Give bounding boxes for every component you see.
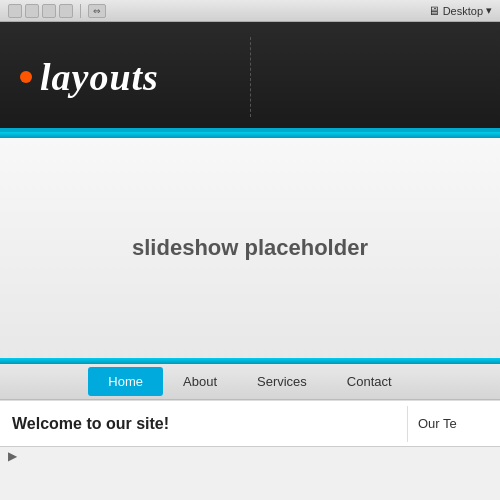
nav-item-about[interactable]: About (163, 367, 237, 396)
scroll-arrow: ▶ (8, 449, 17, 463)
toolbar-btn-1[interactable] (8, 4, 22, 18)
toolbar-expand[interactable]: ⇔ (88, 4, 106, 18)
browser-window: layouts slideshow placeholder Home About… (0, 22, 500, 500)
toolbar-icons: ⇔ (8, 4, 106, 18)
header-divider (250, 37, 251, 117)
nav-item-home[interactable]: Home (88, 367, 163, 396)
logo-area: layouts (20, 55, 159, 99)
toolbar-btn-3[interactable] (42, 4, 56, 18)
logo-text: layouts (40, 55, 159, 99)
dropdown-arrow[interactable]: ▾ (486, 4, 492, 17)
toolbar-desktop: 🖥 Desktop ▾ (428, 4, 492, 18)
footer-welcome-text: Welcome to our site! (12, 415, 407, 433)
site-header: layouts (0, 22, 500, 132)
footer-right-text: Our Te (408, 416, 488, 431)
toolbar-btn-2[interactable] (25, 4, 39, 18)
scroll-indicator: ▶ (0, 446, 500, 464)
desktop-label: Desktop (443, 5, 483, 17)
monitor-icon: 🖥 (428, 4, 440, 18)
nav-item-services[interactable]: Services (237, 367, 327, 396)
mac-toolbar: ⇔ 🖥 Desktop ▾ (0, 0, 500, 22)
toolbar-separator (80, 4, 81, 18)
nav-item-contact[interactable]: Contact (327, 367, 412, 396)
logo-dot (20, 71, 32, 83)
slideshow-placeholder-text: slideshow placeholder (132, 235, 368, 261)
toolbar-btn-4[interactable] (59, 4, 73, 18)
footer-content: Welcome to our site! Our Te (0, 400, 500, 446)
nav-bar: Home About Services Contact (0, 364, 500, 400)
slideshow-area: slideshow placeholder (0, 138, 500, 358)
